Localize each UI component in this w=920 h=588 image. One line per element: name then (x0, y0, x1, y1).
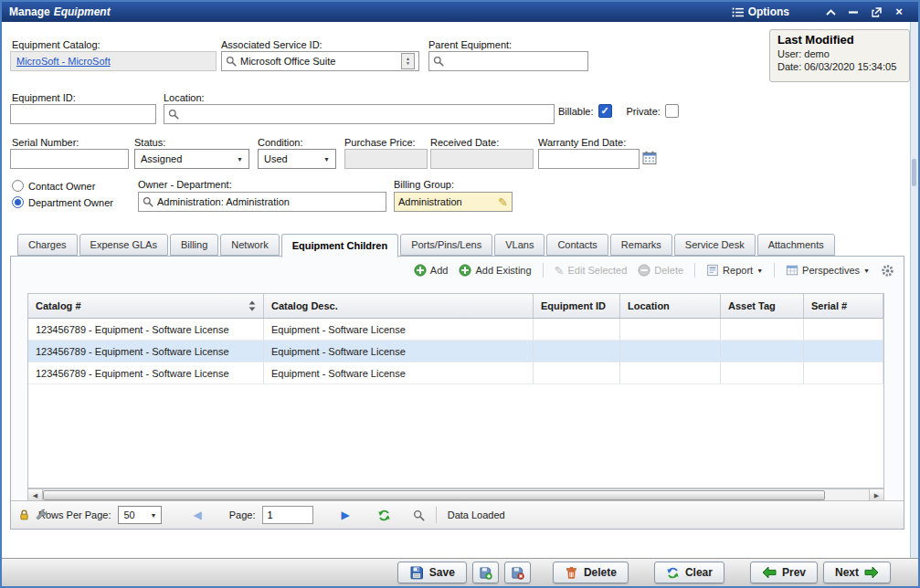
perspectives-button[interactable]: Perspectives ▼ (786, 264, 870, 277)
arrow-right-icon (864, 566, 879, 579)
popout-button[interactable] (870, 5, 883, 18)
tab-label: Contacts (557, 239, 597, 250)
table-row[interactable]: 123456789 - Equipment - Software License… (28, 341, 883, 362)
tab-charges[interactable]: Charges (17, 234, 78, 256)
column-header-asset-tag[interactable]: Asset Tag (721, 294, 804, 318)
equipment-id-input[interactable] (10, 104, 156, 124)
title-bar: ManageEquipment Options × (2, 2, 918, 22)
clear-button[interactable]: Clear (654, 562, 724, 583)
billable-checkbox[interactable]: ✓ (598, 104, 612, 118)
right-scroll-strip[interactable] (910, 22, 918, 558)
page-prev-button[interactable]: ◀ (193, 509, 201, 520)
prev-button[interactable]: Prev (750, 562, 818, 583)
cell-catalog: 123456789 - Equipment - Software License (28, 362, 264, 384)
column-header-label: Location (628, 300, 670, 311)
owner-department-input[interactable] (157, 196, 382, 207)
column-header-equipment-id[interactable]: Equipment ID (534, 294, 620, 318)
tab-attachments[interactable]: Attachments (757, 234, 835, 256)
equipment-catalog-field: MicroSoft - MicroSoft (10, 51, 217, 71)
location-input[interactable] (183, 109, 550, 120)
minimize-button[interactable] (847, 5, 860, 18)
purchase-price-label: Purchase Price: (344, 137, 416, 148)
equipment-children-panel: Add Add Existing ✎ Edit Selected Delete (10, 256, 904, 530)
tab-service-desk[interactable]: Service Desk (674, 234, 756, 256)
delete-button[interactable]: Delete (553, 562, 629, 583)
report-icon (706, 264, 719, 277)
edit-billing-group-button[interactable]: ✎ (498, 196, 508, 208)
lock-icon-button[interactable] (18, 509, 30, 521)
table-row[interactable]: 123456789 - Equipment - Software License… (28, 319, 883, 341)
equipment-id-label: Equipment ID: (12, 92, 76, 103)
billable-label: Billable: (558, 106, 594, 117)
cell-equipment-id (534, 341, 620, 362)
tab-network[interactable]: Network (220, 234, 279, 256)
scrollbar-thumb[interactable] (43, 490, 825, 500)
serial-number-label: Serial Number: (12, 137, 79, 148)
page-input[interactable] (262, 506, 313, 524)
column-header-location[interactable]: Location (620, 294, 721, 318)
tab-billing[interactable]: Billing (170, 234, 218, 256)
close-button[interactable]: × (893, 5, 905, 18)
tab-ports-pins-lens[interactable]: Ports/Pins/Lens (400, 234, 492, 256)
save-plus-icon (479, 566, 492, 580)
warranty-end-date-input[interactable] (538, 149, 640, 169)
purchase-price-input (344, 149, 428, 169)
customize-columns-button[interactable] (36, 509, 48, 521)
toolbar-separator (543, 263, 544, 278)
next-button[interactable]: Next (823, 562, 891, 583)
billing-group-input[interactable] (398, 196, 494, 207)
parent-equipment-input[interactable] (448, 56, 584, 67)
form-area: Equipment Catalog: MicroSoft - MicroSoft… (2, 22, 911, 558)
collapse-button[interactable] (824, 5, 837, 18)
options-button[interactable]: Options (732, 5, 789, 18)
window-title-emphasis: Equipment (54, 5, 111, 18)
save-and-new-button[interactable] (472, 562, 499, 583)
tab-vlans[interactable]: VLans (494, 234, 545, 256)
service-id-stepper-icon[interactable]: ▲▼ (401, 53, 415, 69)
calendar-button[interactable] (642, 151, 657, 165)
cell-catalog: 123456789 - Equipment - Software License (28, 319, 264, 341)
associated-service-id-input[interactable] (240, 56, 397, 67)
column-header-catalog-desc[interactable]: Catalog Desc. (264, 294, 534, 318)
sort-icon[interactable] (249, 300, 256, 311)
save-button[interactable]: Save (397, 562, 467, 583)
save-and-close-button[interactable] (504, 562, 531, 583)
add-button[interactable]: Add (414, 264, 449, 277)
column-header-catalog[interactable]: Catalog # (28, 294, 264, 318)
scroll-strip-handle[interactable] (912, 159, 916, 186)
refresh-button[interactable] (377, 509, 391, 522)
search-button[interactable] (413, 509, 425, 521)
report-button[interactable]: Report ▼ (706, 264, 763, 277)
edit-selected-button[interactable]: ✎ Edit Selected (555, 265, 628, 277)
tab-remarks[interactable]: Remarks (610, 234, 672, 256)
grid-status-text: Data Loaded (448, 509, 505, 520)
grid-settings-button[interactable] (881, 264, 894, 278)
tab-contacts[interactable]: Contacts (546, 234, 608, 256)
page-label: Page: (229, 509, 256, 520)
last-modified-panel: Last Modified User: demo Date: 06/03/202… (769, 29, 910, 82)
dropdown-caret-icon: ▼ (237, 156, 243, 163)
cell-catalog-desc: Equipment - Software License (264, 341, 534, 362)
column-header-serial[interactable]: Serial # (804, 294, 883, 318)
private-checkbox[interactable]: ✓ (665, 104, 679, 118)
table-row[interactable]: 123456789 - Equipment - Software License… (28, 362, 883, 384)
page-next-button[interactable]: ▶ (341, 509, 349, 520)
condition-select[interactable]: Used ▼ (258, 149, 336, 169)
rows-per-page-select[interactable]: 50 ▼ (118, 506, 162, 524)
serial-number-input[interactable] (10, 149, 129, 169)
contact-owner-radio[interactable] (12, 180, 24, 192)
equipment-catalog-link[interactable]: MicroSoft - MicroSoft (16, 56, 111, 67)
cell-serial (804, 319, 883, 341)
tab-expense-glas[interactable]: Expense GLAs (79, 234, 168, 256)
column-header-label: Catalog Desc. (271, 300, 338, 311)
toolbar-separator (774, 263, 775, 278)
add-existing-button[interactable]: Add Existing (459, 264, 531, 277)
pencil-icon: ✎ (555, 265, 565, 277)
delete-selected-button[interactable]: Delete (638, 264, 683, 277)
save-x-icon (511, 566, 524, 580)
equipment-children-grid: Catalog # Catalog Desc. Equipment ID Loc… (27, 293, 884, 488)
department-owner-radio[interactable] (12, 196, 24, 208)
tab-equipment-children[interactable]: Equipment Children (281, 234, 399, 257)
last-modified-user: User: demo (777, 48, 902, 59)
status-select[interactable]: Assigned ▼ (134, 149, 249, 169)
